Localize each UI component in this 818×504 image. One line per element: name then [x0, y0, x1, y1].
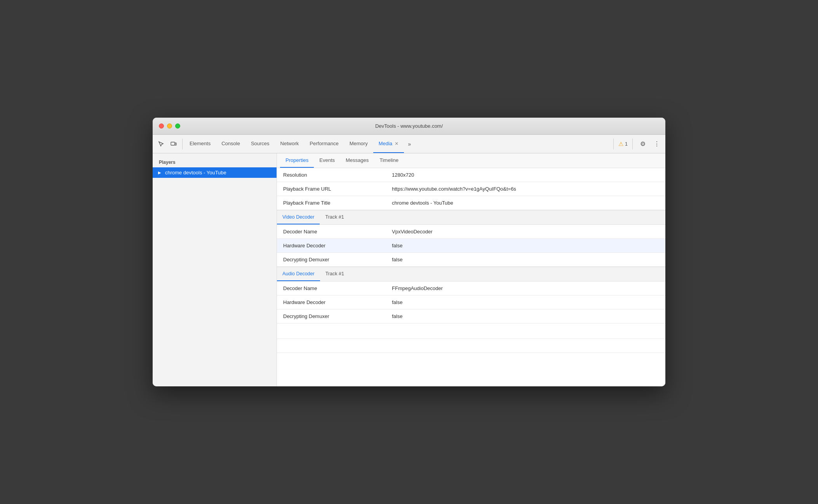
svg-rect-0	[171, 142, 175, 145]
close-button[interactable]	[159, 123, 164, 129]
prop-key: Hardware Decoder	[277, 295, 386, 309]
table-row: Hardware Decoder false	[277, 295, 665, 309]
svg-rect-1	[175, 143, 176, 145]
more-options-button[interactable]: ⋮	[651, 139, 662, 149]
prop-value: false	[386, 253, 665, 266]
tab-media-close[interactable]: ✕	[395, 141, 399, 146]
prop-value: https://www.youtube.com/watch?v=e1gAyQuI…	[386, 182, 665, 196]
properties-table: Resolution 1280x720 Playback Frame URL h…	[277, 168, 665, 386]
table-row: Decoder Name FFmpegAudioDecoder	[277, 282, 665, 295]
prop-key: Decrypting Demuxer	[277, 253, 386, 266]
toolbar-divider2	[632, 139, 633, 149]
toolbar-right: ⚠ 1 ⚙ ⋮	[609, 139, 662, 149]
tab-network[interactable]: Network	[275, 135, 305, 153]
nav-tabs: Elements Console Sources Network Perform…	[184, 135, 609, 153]
sub-tabs: Properties Events Messages Timeline	[277, 153, 665, 168]
toolbar-divider	[613, 139, 614, 149]
prop-value: FFmpegAudioDecoder	[386, 282, 665, 295]
inspect-element-button[interactable]	[156, 139, 167, 149]
tab-memory[interactable]: Memory	[344, 135, 373, 153]
traffic-lights	[159, 123, 180, 129]
prop-value: false	[386, 239, 665, 252]
prop-value: 1280x720	[386, 168, 665, 182]
table-row: Decrypting Demuxer false	[277, 309, 665, 323]
table-row: Decrypting Demuxer false	[277, 253, 665, 267]
window-title: DevTools - www.youtube.com/	[375, 123, 443, 129]
empty-row-2	[277, 339, 665, 353]
tab-media[interactable]: Media ✕	[373, 135, 404, 153]
tab-sources[interactable]: Sources	[245, 135, 275, 153]
tab-performance[interactable]: Performance	[304, 135, 344, 153]
video-decoder-tabs: Video Decoder Track #1	[277, 210, 350, 224]
right-panel: Properties Events Messages Timeline Reso…	[277, 153, 665, 386]
prop-value: false	[386, 309, 665, 323]
audio-decoder-section-header: Audio Decoder Track #1	[277, 267, 665, 282]
prop-key: Hardware Decoder	[277, 239, 386, 252]
prop-value: VpxVideoDecoder	[386, 225, 665, 238]
sidebar-item-youtube[interactable]: ▶ chrome devtools - YouTube	[153, 167, 277, 178]
warning-icon: ⚠	[618, 141, 623, 148]
table-row: Playback Frame URL https://www.youtube.c…	[277, 182, 665, 196]
audio-decoder-tab[interactable]: Audio Decoder	[277, 267, 320, 281]
sidebar-header: Players	[153, 156, 277, 167]
subtab-messages[interactable]: Messages	[340, 153, 374, 168]
title-bar: DevTools - www.youtube.com/	[153, 118, 665, 135]
prop-key: Playback Frame Title	[277, 196, 386, 210]
table-row: Resolution 1280x720	[277, 168, 665, 182]
minimize-button[interactable]	[167, 123, 172, 129]
table-row: Hardware Decoder false	[277, 239, 665, 253]
prop-key: Decrypting Demuxer	[277, 309, 386, 323]
warning-badge[interactable]: ⚠ 1	[618, 141, 628, 148]
warning-count: 1	[625, 141, 628, 147]
prop-key: Resolution	[277, 168, 386, 182]
subtab-properties[interactable]: Properties	[280, 153, 314, 168]
prop-value: chrome devtools - YouTube	[386, 196, 665, 210]
tab-elements[interactable]: Elements	[184, 135, 216, 153]
audio-decoder-tabs: Audio Decoder Track #1	[277, 267, 350, 281]
video-track1-tab[interactable]: Track #1	[320, 210, 349, 224]
prop-key: Decoder Name	[277, 282, 386, 295]
main-content: Players ▶ chrome devtools - YouTube Prop…	[153, 153, 665, 386]
devtools-toolbar: Elements Console Sources Network Perform…	[153, 135, 665, 153]
subtab-events[interactable]: Events	[314, 153, 340, 168]
device-toggle-button[interactable]	[168, 139, 179, 149]
table-row: Decoder Name VpxVideoDecoder	[277, 225, 665, 239]
maximize-button[interactable]	[175, 123, 180, 129]
audio-track1-tab[interactable]: Track #1	[320, 267, 350, 281]
devtools-window: DevTools - www.youtube.com/ Elements Con	[153, 118, 665, 386]
tab-console[interactable]: Console	[216, 135, 245, 153]
more-tabs-button[interactable]: »	[404, 139, 415, 149]
table-row: Playback Frame Title chrome devtools - Y…	[277, 196, 665, 210]
settings-button[interactable]: ⚙	[637, 139, 648, 149]
video-decoder-section-header: Video Decoder Track #1	[277, 210, 665, 225]
empty-row	[277, 323, 665, 339]
toolbar-icon-group	[156, 139, 183, 149]
prop-key: Decoder Name	[277, 225, 386, 238]
arrow-icon: ▶	[158, 170, 161, 175]
subtab-timeline[interactable]: Timeline	[374, 153, 404, 168]
sidebar: Players ▶ chrome devtools - YouTube	[153, 153, 277, 386]
prop-key: Playback Frame URL	[277, 182, 386, 196]
video-decoder-tab[interactable]: Video Decoder	[277, 210, 320, 224]
prop-value: false	[386, 295, 665, 309]
